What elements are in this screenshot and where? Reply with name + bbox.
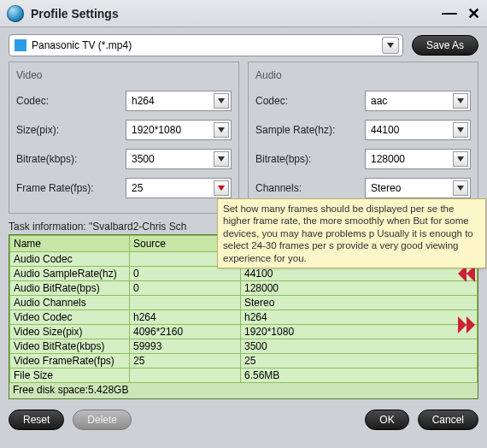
audio-panel: Audio Codec: aac Sample Rate(hz): 44100 …	[248, 62, 478, 214]
video-fps-select[interactable]: 25	[126, 178, 232, 198]
audio-ch-select[interactable]: Stereo	[365, 178, 471, 198]
video-bitrate-label: Bitrate(kbps):	[16, 153, 126, 165]
chevron-down-icon[interactable]	[214, 93, 229, 109]
chevron-down-icon[interactable]	[453, 122, 468, 138]
chevron-down-icon[interactable]	[453, 93, 468, 109]
app-icon	[7, 5, 24, 22]
video-codec-label: Codec:	[16, 95, 126, 107]
profile-select[interactable]: Panasonic TV (*.mp4)	[9, 34, 403, 56]
window-title: Profile Settings	[31, 7, 442, 21]
fps-tooltip: Set how many frames should be displayed …	[217, 198, 486, 268]
audio-bitrate-label: Bitrate(bps):	[255, 153, 365, 165]
cancel-button[interactable]: Cancel	[418, 410, 478, 430]
chevron-down-icon[interactable]	[453, 180, 468, 196]
delete-button[interactable]: Delete	[73, 410, 132, 430]
chevron-down-icon[interactable]	[214, 180, 229, 196]
video-title: Video	[16, 69, 232, 81]
chevron-down-icon[interactable]	[453, 151, 468, 167]
reset-button[interactable]: Reset	[9, 410, 64, 430]
audio-title: Audio	[255, 69, 471, 81]
minimize-button[interactable]: —	[442, 4, 457, 23]
table-row: Audio SampleRate(hz)044100	[10, 267, 478, 281]
table-row: File Size6.56MB	[10, 368, 478, 383]
video-size-label: Size(pix):	[16, 124, 126, 136]
audio-sr-label: Sample Rate(hz):	[255, 124, 365, 136]
audio-ch-label: Channels:	[255, 182, 365, 194]
video-panel: Video Codec: h264 Size(pix): 1920*1080 B…	[9, 62, 239, 214]
close-button[interactable]: ✕	[467, 4, 480, 23]
tv-icon	[15, 39, 26, 51]
th-name: Name	[10, 236, 130, 252]
free-disk-space: Free disk space:5.428GB	[9, 383, 478, 398]
profile-select-value: Panasonic TV (*.mp4)	[32, 39, 382, 51]
audio-codec-select[interactable]: aac	[365, 91, 471, 111]
title-bar: Profile Settings — ✕	[0, 0, 487, 27]
video-size-select[interactable]: 1920*1080	[126, 120, 232, 140]
table-row: Video FrameRate(fps)2525	[10, 354, 478, 368]
table-row: Video Codech264h264	[10, 310, 478, 325]
chevron-down-icon[interactable]	[214, 122, 229, 138]
audio-codec-label: Codec:	[255, 95, 365, 107]
table-row: Audio ChannelsStereo	[10, 296, 478, 310]
video-codec-select[interactable]: h264	[126, 91, 232, 111]
chevron-down-icon[interactable]	[382, 37, 399, 54]
audio-bitrate-select[interactable]: 128000	[365, 149, 471, 169]
table-row: Video Size(pix)4096*21601920*1080	[10, 325, 478, 339]
table-row: Video BitRate(kbps)599933500	[10, 339, 478, 354]
video-bitrate-select[interactable]: 3500	[126, 149, 232, 169]
ok-button[interactable]: OK	[365, 410, 408, 430]
save-as-button[interactable]: Save As	[412, 35, 478, 56]
table-row: Audio BitRate(bps)0128000	[10, 281, 478, 296]
video-fps-label: Frame Rate(fps):	[16, 182, 126, 194]
chevron-down-icon[interactable]	[214, 151, 229, 167]
audio-sr-select[interactable]: 44100	[365, 120, 471, 140]
next-task-button[interactable]	[456, 316, 477, 333]
